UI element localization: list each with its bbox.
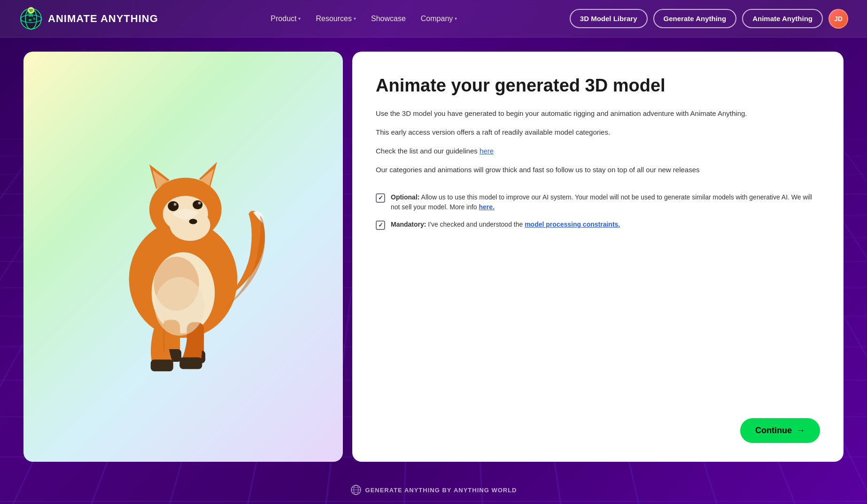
- checkbox-optional: Optional: Allow us to use this model to …: [376, 192, 820, 212]
- svg-point-31: [155, 277, 204, 336]
- checkboxes: Optional: Allow us to use this model to …: [376, 192, 820, 230]
- navbar-actions: 3D Model Library Generate Anything Anima…: [570, 9, 848, 29]
- svg-point-18: [168, 201, 178, 211]
- svg-point-6: [31, 9, 33, 10]
- svg-point-4: [28, 7, 34, 14]
- continue-btn-container: Continue →: [376, 404, 820, 443]
- chevron-down-icon: ▾: [455, 16, 457, 21]
- fox-3d-model: [70, 139, 296, 374]
- svg-point-5: [30, 9, 31, 10]
- optional-more-info-link[interactable]: here.: [479, 203, 495, 211]
- brand-name: ANIMATE ANYTHING: [48, 13, 158, 25]
- nav-product[interactable]: Product ▾: [271, 15, 301, 23]
- desc-1: Use the 3D model you have generated to b…: [376, 108, 820, 119]
- checkbox-optional-input[interactable]: [376, 193, 385, 203]
- fox-model-container: [23, 52, 343, 462]
- footer: GENERATE ANYTHING by ANYTHING WORLD: [0, 476, 867, 504]
- 3d-model-library-button[interactable]: 3D Model Library: [570, 9, 648, 28]
- constraints-link[interactable]: model processing constraints.: [525, 221, 620, 228]
- footer-logo-icon: [350, 484, 362, 496]
- desc-3: Check the list and our guidelines here: [376, 145, 820, 157]
- generate-anything-button[interactable]: Generate Anything: [653, 9, 737, 28]
- nav-showcase[interactable]: Showcase: [371, 15, 406, 23]
- info-panel: Animate your generated 3D model Use the …: [352, 52, 844, 462]
- desc-2: This early access version offers a raft …: [376, 127, 820, 138]
- animate-anything-button[interactable]: Animate Anything: [742, 9, 823, 28]
- nav-resources[interactable]: Resources ▾: [316, 15, 356, 23]
- panel-title: Animate your generated 3D model: [376, 75, 820, 97]
- nav-company[interactable]: Company ▾: [421, 15, 457, 23]
- svg-point-19: [193, 200, 202, 209]
- checkbox-mandatory: Mandatory: I've checked and understood t…: [376, 220, 820, 230]
- svg-point-21: [198, 202, 201, 205]
- continue-button[interactable]: Continue →: [740, 418, 820, 443]
- footer-text: GENERATE ANYTHING by ANYTHING WORLD: [365, 487, 517, 494]
- brand: ANIMATE ANYTHING: [19, 7, 158, 31]
- svg-rect-28: [151, 359, 173, 371]
- checkbox-mandatory-label: Mandatory: I've checked and understood t…: [391, 220, 620, 229]
- svg-rect-29: [179, 357, 202, 369]
- svg-point-23: [189, 219, 197, 224]
- user-avatar[interactable]: JD: [828, 9, 848, 29]
- svg-point-20: [174, 203, 177, 206]
- guidelines-link[interactable]: here: [480, 147, 494, 155]
- desc-4: Our categories and animations will grow …: [376, 164, 820, 176]
- nav-menu: Product ▾ Resources ▾ Showcase Company ▾: [271, 15, 457, 23]
- model-display-panel: [23, 52, 343, 462]
- brand-logo-icon: [19, 7, 43, 31]
- main-content: Animate your generated 3D model Use the …: [0, 38, 867, 476]
- chevron-down-icon: ▾: [354, 16, 356, 21]
- checkbox-optional-label: Optional: Allow us to use this model to …: [391, 192, 820, 212]
- arrow-right-icon: →: [797, 426, 805, 435]
- checkbox-mandatory-input[interactable]: [376, 221, 385, 230]
- chevron-down-icon: ▾: [298, 16, 301, 21]
- navbar: ANIMATE ANYTHING Product ▾ Resources ▾ S…: [0, 0, 867, 38]
